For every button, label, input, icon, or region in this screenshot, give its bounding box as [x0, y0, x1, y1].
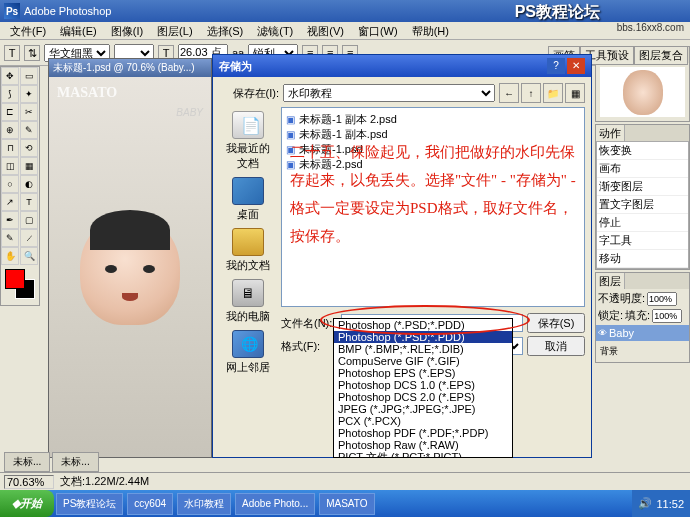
menu-view[interactable]: 视图(V): [301, 22, 350, 39]
task-item[interactable]: Adobe Photo...: [235, 493, 315, 515]
move-tool[interactable]: ✥: [1, 67, 19, 85]
tray-icon[interactable]: 🔊: [638, 497, 652, 510]
slice-tool[interactable]: ✂: [20, 103, 38, 121]
menu-image[interactable]: 图像(I): [105, 22, 149, 39]
eraser-tool[interactable]: ◫: [1, 157, 19, 175]
format-option[interactable]: PICT 文件 (*.PCT;*.PICT): [334, 451, 512, 458]
notes-tool[interactable]: ✎: [1, 229, 19, 247]
format-option[interactable]: Photoshop EPS (*.EPS): [334, 367, 512, 379]
task-item[interactable]: PS教程论坛: [56, 493, 123, 515]
recent-icon: [232, 111, 264, 139]
format-option[interactable]: Photoshop Raw (*.RAW): [334, 439, 512, 451]
color-swatches[interactable]: [1, 265, 39, 305]
doc-tab[interactable]: 未标...: [52, 452, 98, 472]
orientation-icon[interactable]: ⇅: [24, 45, 40, 61]
document-tabs: 未标... 未标...: [4, 452, 99, 472]
action-item[interactable]: 置文字图层: [597, 196, 688, 214]
fill-label: 填充:: [625, 308, 650, 323]
shape-tool[interactable]: ▢: [20, 211, 38, 229]
format-option-selected[interactable]: Photoshop (*.PSD;*.PDD): [334, 331, 512, 343]
format-option[interactable]: CompuServe GIF (*.GIF): [334, 355, 512, 367]
tab-layers[interactable]: 图层: [596, 273, 625, 289]
heal-tool[interactable]: ⊕: [1, 121, 19, 139]
zoom-tool[interactable]: 🔍: [20, 247, 38, 265]
menu-edit[interactable]: 编辑(E): [54, 22, 103, 39]
place-recent[interactable]: 我最近的文档: [223, 111, 273, 171]
type-tool[interactable]: T: [20, 193, 38, 211]
back-icon[interactable]: ←: [499, 83, 519, 103]
format-option[interactable]: BMP (*.BMP;*.RLE;*.DIB): [334, 343, 512, 355]
type-tool-icon[interactable]: T: [4, 45, 20, 61]
pen-tool[interactable]: ✒: [1, 211, 19, 229]
brush-tool[interactable]: ✎: [20, 121, 38, 139]
system-tray[interactable]: 🔊 11:52: [632, 490, 690, 517]
place-mydocs[interactable]: 我的文档: [223, 228, 273, 273]
cancel-button[interactable]: 取消: [527, 336, 585, 356]
file-list-area[interactable]: 未标题-1 副本 2.psd 未标题-1 副本.psd 未标题-1.psd 未标…: [281, 107, 585, 307]
task-item[interactable]: MASATO: [319, 493, 374, 515]
start-button[interactable]: ◆ 开始: [0, 490, 54, 517]
right-panels: 色直方图 动作 恢变换 画布 渐变图层 置文字图层 停止 字工具 移动 图层 不…: [595, 46, 690, 363]
lasso-tool[interactable]: ⟆: [1, 85, 19, 103]
stamp-tool[interactable]: ⊓: [1, 139, 19, 157]
dialog-help-button[interactable]: ?: [547, 58, 565, 74]
document-canvas[interactable]: MASATO BABY: [49, 77, 211, 457]
tab-layer-comps[interactable]: 图层复合: [634, 46, 688, 65]
action-item[interactable]: 画布: [597, 160, 688, 178]
menu-help[interactable]: 帮助(H): [406, 22, 455, 39]
viewmenu-icon[interactable]: ▦: [565, 83, 585, 103]
marquee-tool[interactable]: ▭: [20, 67, 38, 85]
dialog-titlebar[interactable]: 存储为 ? ✕: [213, 55, 591, 77]
up-icon[interactable]: ↑: [521, 83, 541, 103]
file-item[interactable]: 未标题-1 副本 2.psd: [286, 112, 580, 127]
format-option[interactable]: Photoshop DCS 1.0 (*.EPS): [334, 379, 512, 391]
foreground-color[interactable]: [5, 269, 25, 289]
zoom-value[interactable]: 70.63%: [4, 475, 54, 489]
menu-layer[interactable]: 图层(L): [151, 22, 198, 39]
navigator-preview[interactable]: [600, 67, 685, 117]
place-desktop[interactable]: 桌面: [223, 177, 273, 222]
menu-select[interactable]: 选择(S): [201, 22, 250, 39]
format-option[interactable]: PCX (*.PCX): [334, 415, 512, 427]
dodge-tool[interactable]: ◐: [20, 175, 38, 193]
fill-input[interactable]: [652, 309, 682, 323]
place-network[interactable]: 网上邻居: [223, 330, 273, 375]
eyedropper-tool[interactable]: ⟋: [20, 229, 38, 247]
menu-filter[interactable]: 滤镜(T): [251, 22, 299, 39]
history-brush-tool[interactable]: ⟲: [20, 139, 38, 157]
path-tool[interactable]: ↗: [1, 193, 19, 211]
format-option[interactable]: JPEG (*.JPG;*.JPEG;*.JPE): [334, 403, 512, 415]
action-item[interactable]: 渐变图层: [597, 178, 688, 196]
save-in-select[interactable]: 水印教程: [283, 84, 495, 102]
action-item[interactable]: 移动: [597, 250, 688, 268]
gradient-tool[interactable]: ▦: [20, 157, 38, 175]
format-option[interactable]: Photoshop DCS 2.0 (*.EPS): [334, 391, 512, 403]
task-item[interactable]: ccy604: [127, 493, 173, 515]
blur-tool[interactable]: ○: [1, 175, 19, 193]
task-item[interactable]: 水印教程: [177, 493, 231, 515]
watermark-url: bbs.16xx8.com: [617, 22, 684, 33]
crop-tool[interactable]: ⊏: [1, 103, 19, 121]
action-item[interactable]: 停止: [597, 214, 688, 232]
save-button[interactable]: 保存(S): [527, 313, 585, 333]
action-item[interactable]: 字工具: [597, 232, 688, 250]
hand-tool[interactable]: ✋: [1, 247, 19, 265]
wand-tool[interactable]: ✦: [20, 85, 38, 103]
app-icon: Ps: [4, 3, 20, 19]
opacity-input[interactable]: [647, 292, 677, 306]
layer-baby[interactable]: 👁 Baby: [596, 325, 689, 341]
newfolder-icon[interactable]: 📁: [543, 83, 563, 103]
actions-list[interactable]: 恢变换 画布 渐变图层 置文字图层 停止 字工具 移动: [596, 141, 689, 269]
document-titlebar[interactable]: 未标题-1.psd @ 70.6% (Baby...): [49, 59, 211, 77]
format-dropdown-list[interactable]: Photoshop (*.PSD;*.PDD) Photoshop (*.PSD…: [333, 318, 513, 458]
format-option[interactable]: Photoshop (*.PSD;*.PDD): [334, 319, 512, 331]
menu-file[interactable]: 文件(F): [4, 22, 52, 39]
layer-background[interactable]: 背景: [596, 341, 689, 362]
format-option[interactable]: Photoshop PDF (*.PDF;*.PDP): [334, 427, 512, 439]
menu-window[interactable]: 窗口(W): [352, 22, 404, 39]
dialog-close-button[interactable]: ✕: [567, 58, 585, 74]
place-mycomputer[interactable]: 我的电脑: [223, 279, 273, 324]
doc-tab[interactable]: 未标...: [4, 452, 50, 472]
action-item[interactable]: 恢变换: [597, 142, 688, 160]
tab-actions[interactable]: 动作: [596, 125, 625, 141]
